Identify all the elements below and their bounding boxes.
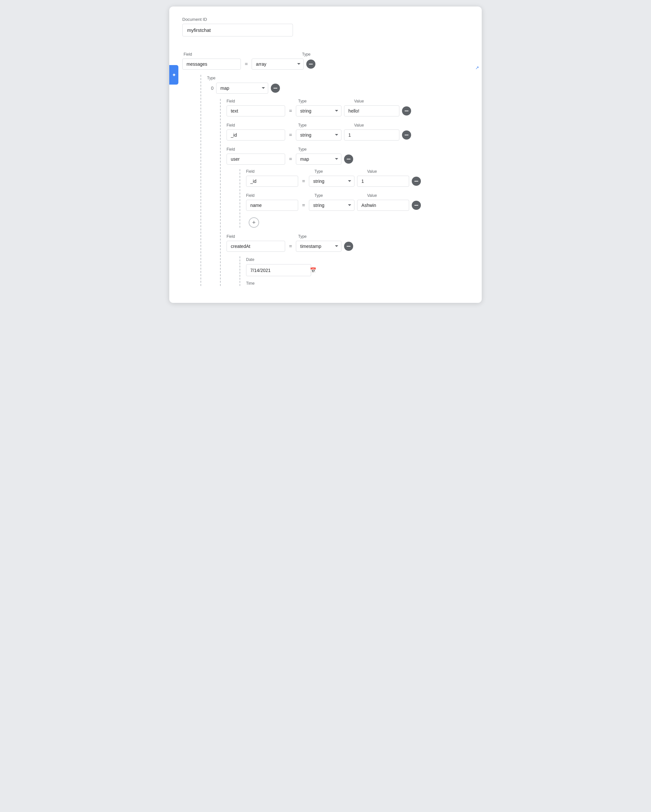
side-links-panel: ↗ <box>475 65 482 70</box>
value-col-label-2: Value <box>354 123 364 128</box>
timestamp-block: Date 📅 Time <box>238 256 469 286</box>
text-equals: = <box>289 108 292 114</box>
date-input[interactable] <box>250 268 307 273</box>
user-id-equals: = <box>302 178 305 184</box>
createdat-field-group: = timestamp string number boolean map ar… <box>226 241 469 286</box>
document-editor: ✦ ↗ Document ID Field Type = array strin… <box>169 6 482 303</box>
map-type-select[interactable]: map string number boolean array null tim… <box>216 82 268 94</box>
value-col-label-1: Value <box>354 99 364 104</box>
messages-remove-button[interactable] <box>306 60 315 69</box>
map-remove-button[interactable] <box>271 84 280 93</box>
top-type-label: Type <box>302 52 310 56</box>
text-field-row: = string number boolean map array null t… <box>226 105 469 116</box>
type-col-label-2: Type <box>298 123 350 128</box>
id-field-row: = string number boolean map array null t… <box>226 130 469 140</box>
field-col-label-1: Field <box>226 99 292 104</box>
id-field-group: = string number boolean map array null t… <box>226 130 469 140</box>
type-col-label-3: Type <box>298 147 307 152</box>
map-type-label: Type <box>207 76 215 80</box>
user-id-row: = string number boolean map array null t… <box>246 176 469 187</box>
user-id-value-input[interactable] <box>357 176 409 187</box>
user-value-col-label: Value <box>367 169 377 174</box>
createdat-row: = timestamp string number boolean map ar… <box>226 241 469 252</box>
top-field-label: Field <box>182 52 248 56</box>
messages-field-input[interactable] <box>182 58 241 70</box>
user-name-value-col-label: Value <box>367 193 377 198</box>
user-name-field-group: = string number boolean map array null t… <box>246 200 469 211</box>
id-remove-button[interactable] <box>402 130 411 140</box>
user-id-remove-button[interactable] <box>412 177 421 186</box>
document-id-section: Document ID <box>182 17 469 46</box>
field-col-label-2: Field <box>226 123 292 128</box>
createdat-type-select[interactable]: timestamp string number boolean map arra… <box>296 241 341 252</box>
date-label: Date <box>246 257 254 262</box>
sparkle-icon: ✦ <box>172 72 176 78</box>
map-index-row: 0 map string number boolean array null t… <box>207 82 469 94</box>
field-col-label-3: Field <box>226 147 292 152</box>
user-name-value-input[interactable] <box>357 200 409 211</box>
user-name-remove-button[interactable] <box>412 201 421 210</box>
user-add-field-button[interactable] <box>249 217 259 228</box>
user-id-type-select[interactable]: string number boolean map array null tim… <box>309 176 355 187</box>
doc-id-input[interactable] <box>182 24 293 37</box>
type-col-label-1: Type <box>298 99 350 104</box>
side-accent-button[interactable]: ✦ <box>169 65 178 85</box>
user-name-equals: = <box>302 202 305 208</box>
user-field-row: = map string number boolean array null t… <box>226 154 469 165</box>
messages-row: = array string number boolean map null t… <box>182 58 469 70</box>
createdat-field-col-label: Field <box>226 234 292 239</box>
external-link-icon[interactable]: ↗ <box>475 65 479 70</box>
createdat-remove-button[interactable] <box>344 242 353 251</box>
text-field-input[interactable] <box>226 105 285 116</box>
user-field-input[interactable] <box>226 154 285 165</box>
messages-equals: = <box>245 61 248 67</box>
messages-type-select[interactable]: array string number boolean map null tim… <box>252 58 304 70</box>
id-value-input[interactable] <box>344 130 399 140</box>
user-name-row: = string number boolean map array null t… <box>246 200 469 211</box>
messages-field-group: = array string number boolean map null t… <box>182 58 469 286</box>
calendar-icon[interactable]: 📅 <box>310 267 316 273</box>
date-row: 📅 <box>246 264 469 276</box>
user-name-field-col-label: Field <box>246 193 308 198</box>
user-remove-button[interactable] <box>344 154 353 163</box>
text-field-group: = string number boolean map array null t… <box>226 105 469 116</box>
createdat-field-input[interactable] <box>226 241 285 252</box>
user-type-select[interactable]: map string number boolean array null tim… <box>296 154 341 165</box>
doc-id-label: Document ID <box>182 17 469 22</box>
text-value-input[interactable] <box>344 105 399 116</box>
map-fields-block: Field Type Value = string number boolean… <box>219 99 469 286</box>
user-field-col-label: Field <box>246 169 308 174</box>
user-field-group: = map string number boolean array null t… <box>226 154 469 228</box>
user-name-type-col-label: Type <box>315 193 363 198</box>
user-name-type-select[interactable]: string number boolean map array null tim… <box>309 200 355 211</box>
id-field-input[interactable] <box>226 130 285 140</box>
user-id-field-group: = string number boolean map array null t… <box>246 176 469 187</box>
id-equals: = <box>289 132 292 138</box>
text-type-select[interactable]: string number boolean map array null tim… <box>296 105 341 116</box>
createdat-equals: = <box>289 243 292 249</box>
id-type-select[interactable]: string number boolean map array null tim… <box>296 130 341 140</box>
user-id-field-input[interactable] <box>246 176 298 187</box>
user-nested-block: Field Type Value = string numbe <box>238 169 469 228</box>
user-name-field-input[interactable] <box>246 200 298 211</box>
user-type-col-label: Type <box>315 169 363 174</box>
createdat-type-col-label: Type <box>298 234 307 239</box>
time-label: Time <box>246 281 255 285</box>
date-input-wrapper: 📅 <box>246 264 311 276</box>
text-remove-button[interactable] <box>402 106 411 116</box>
user-equals: = <box>289 156 292 162</box>
index-badge: 0 <box>207 85 214 91</box>
